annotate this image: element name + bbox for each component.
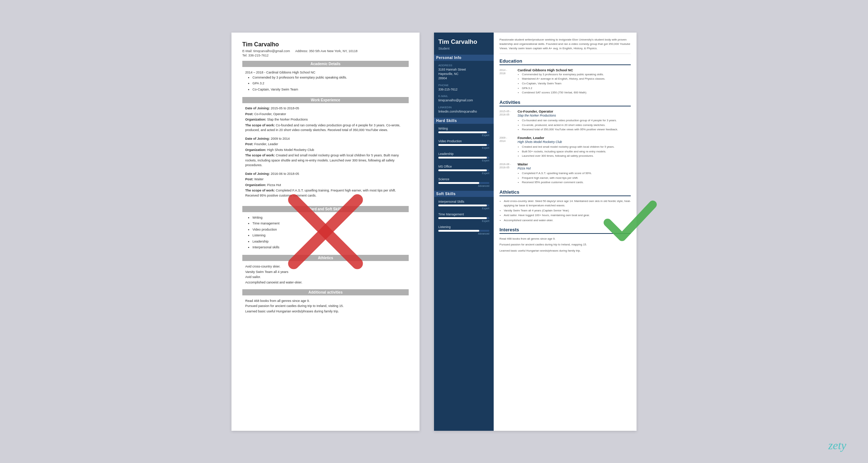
- athletics-section: Athletics Avid cross-country skier. Skie…: [499, 189, 631, 222]
- skill-timemanagement-bar-fill: [438, 217, 487, 219]
- skill-science-bar-fill: [438, 182, 479, 184]
- sidebar-address-value: 3193 Hannah Street Hayesville, NC 28904: [438, 68, 489, 81]
- athletics-content: Avid cross-country skier. Varsity Swim T…: [242, 263, 409, 286]
- skill-leadership-bar-fill: [438, 157, 487, 159]
- soft-skills-list: Interpersonal Skills Expert Time Managem…: [438, 200, 489, 235]
- interest-2: Pursued passion for ancient castles duri…: [499, 243, 631, 247]
- activity-1-title: Co-Founder, Operator: [518, 109, 631, 113]
- skill-science-bar-bg: [438, 182, 489, 184]
- education-bullets: Commended by 3 professors for exemplary …: [522, 72, 631, 95]
- skill-1: Writing: [252, 215, 406, 220]
- athletics-text: Avid cross-country skier. Varsity Swim T…: [245, 264, 406, 285]
- edu-bullet-5: Combined SAT scores 1350 (750 Verbal, 60…: [522, 91, 631, 95]
- job3-org: Organization: Pizza Hut: [245, 183, 406, 188]
- skill-listening-level: Advanced: [438, 232, 489, 235]
- skills-bullets: Writing Time management Video production…: [252, 215, 406, 250]
- athletics-header: Athletics: [242, 255, 409, 261]
- left-contact-tel: Tel: 336-215-7612: [242, 54, 409, 57]
- activity-2-date: 2009 - 2014: [499, 136, 515, 159]
- edu-bullet-3: Co-Captain, Varsity Swim Team: [522, 81, 631, 86]
- act2-bullet-3: Launched over 300 times, following all s…: [522, 154, 631, 158]
- sidebar-email: E-mail timqcarvalho@gmail.com: [438, 94, 489, 103]
- skill-timemanagement-name: Time Management: [438, 212, 489, 216]
- job-2: Date of Joining: 2009 to 2014 Post: Foun…: [245, 136, 406, 168]
- work-header: Work Experience: [242, 97, 409, 103]
- sidebar-linkedin-value: linkedin.com/in/timqcarvalho: [438, 110, 489, 114]
- activity-3-title: Waiter: [518, 162, 631, 166]
- education-entry: 2014 - 2018 Cardinal Gibbons High School…: [499, 68, 631, 95]
- sidebar-phone-value: 336-215-7612: [438, 88, 489, 92]
- education-title: Education: [499, 58, 631, 65]
- academic-bullet-2: GPA 3.2: [252, 81, 406, 86]
- athletics-bullets: Avid cross-country skier. Skied 50 days/…: [504, 199, 631, 222]
- skill-3: Video production: [252, 227, 406, 232]
- act2-bullet-1: Created and led small model rocketry gro…: [522, 145, 631, 149]
- education-school: Cardinal Gibbons High School NC: [518, 68, 631, 72]
- skill-listening-name: Listening: [438, 225, 489, 229]
- sidebar-title: Student: [438, 47, 489, 50]
- act1-bullet-3: Received total of 350,000 YouTube views …: [522, 127, 631, 132]
- academic-header: Academic Details: [242, 61, 409, 67]
- activity-3-body: Waiter Pizza Hut Completed F.A.S.T. upse…: [518, 162, 631, 185]
- job3-date: Date of Joining: 2016-06 to 2018-05: [245, 172, 406, 177]
- education-body: Cardinal Gibbons High School NC Commende…: [518, 68, 631, 95]
- skills-header: Hard and Soft Skills: [242, 206, 409, 212]
- skill-writing: Writing Expert: [438, 127, 489, 136]
- skill-science: Science Advanced: [438, 177, 489, 187]
- skill-writing-name: Writing: [438, 127, 489, 130]
- skill-video-name: Video Production: [438, 139, 489, 143]
- skill-science-name: Science: [438, 177, 489, 181]
- zety-watermark: zety: [828, 439, 846, 452]
- academic-bullet-1: Commended by 3 professors for exemplary …: [252, 75, 406, 80]
- act3-bullet-2: Frequent high earner, with most tips per…: [522, 176, 631, 180]
- skill-listening-bar-bg: [438, 230, 489, 232]
- skill-msoffice-bar-fill: [438, 169, 487, 171]
- skill-leadership-bar-bg: [438, 157, 489, 159]
- skill-msoffice-level: Expert: [438, 172, 489, 174]
- sidebar-personal-title: Personal Info: [434, 55, 494, 61]
- activity-2-bullets: Created and led small model rocketry gro…: [522, 145, 631, 158]
- additional-text: Read 468 books from all genres since age…: [245, 298, 406, 314]
- sidebar-address-label: Address: [438, 64, 489, 67]
- edu-bullet-2: Maintained A+ average in all English, Hi…: [522, 77, 631, 81]
- skill-5: Leadership: [252, 239, 406, 244]
- act3-bullet-1: Completed F.A.S.T. upselling training wi…: [522, 171, 631, 176]
- job-1: Date of Joining: 2015-05 to 2018-05 Post…: [245, 106, 406, 133]
- main-content: Passionate student writer/producer seeki…: [494, 33, 637, 431]
- left-name: Tim Carvalho: [242, 41, 409, 48]
- skill-writing-level: Expert: [438, 134, 489, 136]
- job2-org: Organization: High Shots Model Rocketry …: [245, 148, 406, 153]
- skill-timemanagement-level: Expert: [438, 220, 489, 222]
- sidebar-softskills-title: Soft Skills: [434, 191, 494, 197]
- ath-bullet-2: Varsity Swim Team all 4 years (Captain S…: [504, 209, 631, 213]
- interest-1: Read 468 books from all genres since age…: [499, 237, 631, 241]
- activity-1: 2015-05 - 2018-05 Co-Founder, Operator S…: [499, 109, 631, 132]
- hard-skills-list: Writing Expert Video Production Expert L…: [438, 127, 489, 187]
- activity-3: 2016-06 - 2018-05 Waiter Pizza Hut Compl…: [499, 162, 631, 185]
- job1-org: Organization: Slap the Norker Production…: [245, 117, 406, 122]
- skill-timemanagement: Time Management Expert: [438, 212, 489, 222]
- sidebar: Tim Carvalho Student Personal Info Addre…: [434, 33, 494, 431]
- interest-3: Learned basic useful Hungarian words/phr…: [499, 249, 631, 253]
- skill-leadership: Leadership Expert: [438, 152, 489, 162]
- activities-section: Activities 2015-05 - 2018-05 Co-Founder,…: [499, 100, 631, 185]
- activity-1-body: Co-Founder, Operator Slap the Norker Pro…: [518, 109, 631, 132]
- right-resume-wrapper: Tim Carvalho Student Personal Info Addre…: [434, 33, 637, 431]
- academic-school: 2014 – 2018 - Cardinal Gibbons High Scho…: [245, 70, 406, 75]
- job2-date: Date of Joining: 2009 to 2014: [245, 136, 406, 142]
- skill-video-level: Expert: [438, 147, 489, 149]
- interests-section: Interests Read 468 books from all genres…: [499, 227, 631, 253]
- address-value: 350 5th Ave New York, NY, 10118: [309, 49, 357, 53]
- job1-date: Date of Joining: 2015-05 to 2018-05: [245, 106, 406, 111]
- activity-3-bullets: Completed F.A.S.T. upselling training wi…: [522, 171, 631, 185]
- act1-bullet-2: Co-wrote, produced, and acted in 20 shor…: [522, 123, 631, 127]
- skill-interpersonal-level: Expert: [438, 207, 489, 210]
- activity-1-subtitle: Slap the Norker Productions: [518, 114, 631, 117]
- education-section: Education 2014 - 2018 Cardinal Gibbons H…: [499, 58, 631, 95]
- activity-2-subtitle: High Shots Model Rocketry Club: [518, 140, 631, 144]
- skill-writing-bar-bg: [438, 131, 489, 133]
- act1-bullet-1: Co-founded and ran comedy video producti…: [522, 118, 631, 123]
- sidebar-address: Address 3193 Hannah Street Hayesville, N…: [438, 64, 489, 81]
- summary-text: Passionate student writer/producer seeki…: [499, 38, 631, 54]
- skill-interpersonal-bar-bg: [438, 205, 489, 206]
